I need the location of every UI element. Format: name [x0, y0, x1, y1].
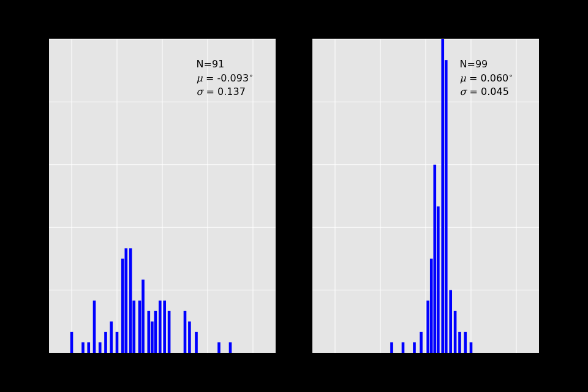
histogram-bar	[390, 342, 393, 353]
histogram-bar	[129, 248, 132, 353]
histogram-bar	[87, 342, 90, 353]
histogram-bar	[138, 301, 141, 353]
histogram-bar	[470, 342, 473, 353]
histogram-bar	[184, 311, 187, 353]
annotation-sigma: σ = 0.045	[460, 85, 513, 99]
histogram-bar	[151, 322, 154, 353]
histogram-bar	[121, 258, 124, 353]
annotation-n: N=99	[460, 58, 513, 71]
histogram-bar	[430, 258, 433, 353]
annotation-mu: μ = 0.060∘	[460, 71, 513, 85]
histogram-bar	[437, 206, 440, 353]
histogram-bar	[147, 311, 150, 353]
annotation-mu: μ = -0.093∘	[197, 71, 254, 85]
sigma-value: 0.045	[481, 86, 509, 97]
histogram-bar	[141, 280, 145, 353]
histogram-bar	[124, 248, 127, 353]
left-histogram-axes: N=91 μ = -0.093∘ σ = 0.137	[49, 39, 276, 353]
right-histogram-axes: N=99 μ = 0.060∘ σ = 0.045	[312, 39, 539, 353]
histogram-bar	[104, 332, 107, 353]
histogram-bar	[154, 311, 157, 353]
histogram-bar	[110, 322, 113, 353]
mu-value: -0.093∘	[217, 72, 253, 84]
histogram-bar	[217, 342, 221, 353]
figure: N=91 μ = -0.093∘ σ = 0.137 N=99 μ = 0.06…	[0, 0, 588, 392]
histogram-bar	[229, 342, 232, 353]
annotation-n: N=91	[197, 58, 254, 71]
histogram-bar	[132, 301, 135, 353]
mu-value: 0.060∘	[480, 72, 513, 84]
sigma-value: 0.137	[217, 86, 246, 97]
histogram-bar	[445, 60, 448, 353]
histogram-bar	[464, 332, 467, 353]
histogram-bar	[159, 301, 162, 353]
histogram-bar	[402, 342, 405, 353]
histogram-bar	[81, 342, 85, 353]
histogram-bar	[99, 342, 102, 353]
histogram-bar	[413, 342, 416, 353]
histogram-bar	[454, 311, 457, 353]
histogram-bar	[93, 301, 96, 353]
histogram-bar	[458, 332, 461, 353]
histogram-bar	[433, 165, 436, 353]
histogram-bar	[449, 290, 452, 353]
histogram-bar	[441, 39, 444, 353]
histogram-bar	[168, 311, 171, 353]
left-histogram-annotation: N=91 μ = -0.093∘ σ = 0.137	[197, 58, 254, 98]
histogram-bar	[420, 332, 423, 353]
histogram-bar	[116, 332, 119, 353]
histogram-bar	[195, 332, 198, 353]
histogram-bar	[188, 322, 191, 353]
histogram-bar	[70, 332, 74, 353]
histogram-bar	[163, 301, 166, 353]
annotation-sigma: σ = 0.137	[197, 85, 254, 99]
right-histogram-annotation: N=99 μ = 0.060∘ σ = 0.045	[460, 58, 513, 98]
histogram-bar	[426, 301, 429, 353]
